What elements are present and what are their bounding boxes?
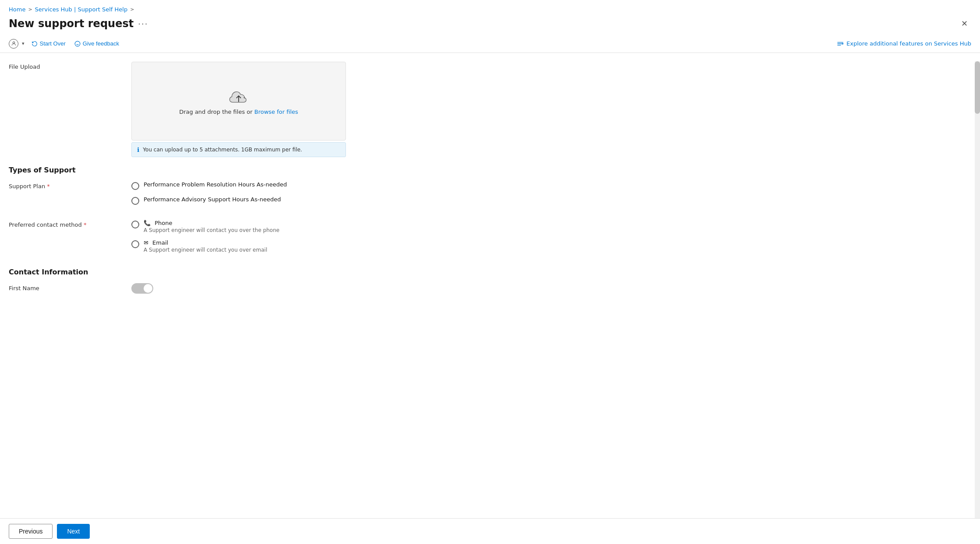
support-plan-option-1-label: Performance Problem Resolution Hours As-… [144,181,287,188]
contact-email-option[interactable]: ✉ Email A Support engineer will contact … [131,239,971,253]
preferred-contact-row: Preferred contact method * 📞 Phone A Sup… [9,220,971,259]
contact-email-sublabel: A Support engineer will contact you over… [144,247,267,253]
page-title-bar: New support request ··· ✕ [0,15,980,35]
upload-info-text: You can upload up to 5 attachments. 1GB … [143,147,302,153]
contact-phone-sublabel: A Support engineer will contact you over… [144,227,279,233]
explore-label: Explore additional features on Services … [846,40,971,47]
explore-icon [837,41,844,47]
previous-button[interactable]: Previous [9,524,53,539]
breadcrumb-current[interactable]: Services Hub | Support Self Help [35,6,128,13]
upload-info: ℹ You can upload up to 5 attachments. 1G… [131,142,346,157]
first-name-row: First Name [9,283,971,295]
support-plan-row: Support Plan * Performance Problem Resol… [9,181,971,211]
support-plan-option-1[interactable]: Performance Problem Resolution Hours As-… [131,181,971,190]
browse-files-link-text[interactable]: Browse for files [254,109,298,115]
file-upload-content: Drag and drop the files or Browse for fi… [131,62,971,157]
contact-email-label: ✉ Email [144,239,267,246]
start-over-icon [32,41,38,47]
phone-icon: 📞 [144,220,151,226]
file-upload-dropzone[interactable]: Drag and drop the files or Browse for fi… [131,62,346,140]
radio-circle-email[interactable] [131,240,139,248]
toolbar: ▾ Start Over Give feedback Explore a [0,35,980,53]
contact-phone-option[interactable]: 📞 Phone A Support engineer will contact … [131,220,971,233]
start-over-button[interactable]: Start Over [28,38,69,49]
give-feedback-label: Give feedback [83,40,119,47]
breadcrumb: Home > Services Hub | Support Self Help … [0,0,980,15]
file-upload-label: File Upload [9,62,131,70]
page-title: New support request [9,18,134,30]
contact-phone-label: 📞 Phone [144,220,279,226]
radio-circle-1[interactable] [131,182,139,190]
main-content: File Upload Drag and drop the files or B… [0,53,980,529]
upload-text: Drag and drop the files or Browse for fi… [179,109,298,115]
breadcrumb-sep1: > [28,7,32,12]
toolbar-left: ▾ Start Over Give feedback [9,38,123,49]
info-icon: ℹ [137,146,139,153]
upload-cloud-icon [228,88,249,104]
types-of-support-heading: Types of Support [9,166,971,174]
preferred-contact-options: 📞 Phone A Support engineer will contact … [131,220,971,259]
breadcrumb-arrow: > [130,7,134,12]
user-avatar[interactable] [9,39,18,49]
preferred-contact-label: Preferred contact method * [9,220,131,228]
radio-circle-phone[interactable] [131,221,139,228]
first-name-content [131,283,971,295]
first-name-toggle[interactable] [131,283,153,294]
email-icon: ✉ [144,239,148,246]
close-button[interactable]: ✕ [958,17,971,30]
bottom-navigation: Previous Next [0,518,980,544]
support-plan-options: Performance Problem Resolution Hours As-… [131,181,971,211]
preferred-contact-required: * [84,221,87,228]
explore-features-link[interactable]: Explore additional features on Services … [837,40,971,47]
start-over-label: Start Over [40,40,66,47]
svg-point-0 [13,42,14,43]
breadcrumb-home[interactable]: Home [9,6,25,13]
give-feedback-icon [74,41,81,47]
more-options-button[interactable]: ··· [138,19,148,28]
radio-circle-2[interactable] [131,197,139,205]
first-name-label: First Name [9,283,131,291]
svg-point-1 [75,41,80,46]
support-plan-required: * [47,183,50,190]
contact-information-heading: Contact Information [9,268,971,276]
support-plan-option-2-label: Performance Advisory Support Hours As-ne… [144,196,281,203]
give-feedback-button[interactable]: Give feedback [71,38,123,49]
file-upload-row: File Upload Drag and drop the files or B… [9,62,971,157]
support-plan-option-2[interactable]: Performance Advisory Support Hours As-ne… [131,196,971,205]
user-dropdown-arrow[interactable]: ▾ [20,39,26,49]
support-plan-label: Support Plan * [9,181,131,190]
next-button[interactable]: Next [57,524,90,539]
